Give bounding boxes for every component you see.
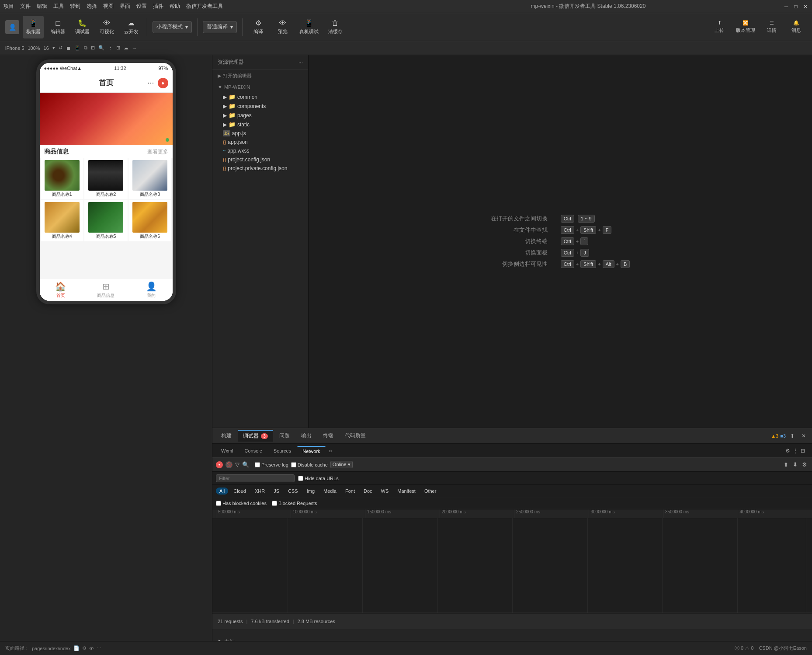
subtab-wxml[interactable]: Wxml bbox=[216, 446, 239, 455]
search-bar-icon[interactable]: 🔍 bbox=[98, 45, 104, 51]
folder-pages[interactable]: ▶ 📁 pages bbox=[212, 111, 308, 120]
upload-net-icon[interactable]: ⬆ bbox=[782, 460, 790, 469]
dual-view-icon[interactable]: ⧉ bbox=[84, 45, 87, 51]
record-button[interactable]: ● bbox=[216, 461, 223, 468]
type-css[interactable]: CSS bbox=[285, 488, 302, 495]
tablet-icon[interactable]: ⊞ bbox=[91, 45, 95, 51]
more-dots-icon[interactable]: ··· bbox=[147, 78, 154, 87]
grid-icon[interactable]: ⊞ bbox=[116, 45, 120, 51]
devtools-close-button[interactable]: ✕ bbox=[799, 432, 809, 440]
type-xhr[interactable]: XHR bbox=[251, 488, 268, 495]
online-select[interactable]: Online ▾ bbox=[330, 461, 353, 468]
timeline-content[interactable] bbox=[212, 518, 812, 613]
record-icon[interactable]: ● bbox=[158, 78, 168, 88]
eye-status-icon[interactable]: 👁 bbox=[89, 646, 94, 651]
type-media[interactable]: Media bbox=[320, 488, 340, 495]
devtools-expand-button[interactable]: ⬆ bbox=[788, 432, 797, 440]
product-item-3[interactable]: 商品名称3 bbox=[128, 158, 172, 199]
dock-icon[interactable]: ⊟ bbox=[801, 448, 805, 454]
folder-components[interactable]: ▶ 📁 components bbox=[212, 101, 308, 111]
tab-home[interactable]: 🏠 首页 bbox=[55, 281, 66, 299]
preserve-log-input[interactable] bbox=[255, 462, 260, 467]
details-button[interactable]: ☰ 详情 bbox=[761, 16, 782, 38]
visualize-button[interactable]: 👁 可视化 bbox=[96, 16, 117, 38]
real-debug-button[interactable]: 📱 真机调试 bbox=[297, 16, 321, 38]
upload-button[interactable]: ⬆ 上传 bbox=[709, 16, 730, 38]
menu-settings[interactable]: 设置 bbox=[136, 3, 147, 10]
tab-mine[interactable]: 👤 我的 bbox=[146, 281, 157, 299]
tab-build[interactable]: 构建 bbox=[216, 430, 237, 441]
type-js[interactable]: JS bbox=[270, 488, 283, 495]
mode-dropdown[interactable]: 小程序模式 ▾ bbox=[153, 21, 192, 33]
close-button[interactable]: ✕ bbox=[802, 3, 809, 10]
tab-debugger[interactable]: 调试器 3 bbox=[238, 430, 273, 442]
filter-icon[interactable]: ▽ bbox=[235, 461, 239, 468]
type-doc[interactable]: Doc bbox=[360, 488, 376, 495]
open-editors-section[interactable]: ▶ 打开的编辑器 bbox=[212, 70, 308, 82]
menu-help[interactable]: 帮助 bbox=[170, 3, 180, 10]
tab-products[interactable]: ⊞ 商品信息 bbox=[97, 281, 115, 299]
type-manifest[interactable]: Manifest bbox=[394, 488, 419, 495]
has-blocked-cookies-checkbox[interactable]: Has blocked cookies bbox=[216, 501, 267, 506]
message-button[interactable]: 🔔 消息 bbox=[786, 16, 807, 38]
subtab-network[interactable]: Network bbox=[297, 446, 325, 456]
menu-devtools[interactable]: 微信开发者工具 bbox=[186, 3, 223, 10]
file-appwxss[interactable]: ~ app.wxss bbox=[212, 146, 308, 155]
debugger-button[interactable]: 🐛 调试器 bbox=[72, 16, 93, 38]
window-controls[interactable]: ─ □ ✕ bbox=[783, 3, 809, 10]
more-status-icon[interactable]: ⋯ bbox=[97, 645, 101, 651]
net-settings-icon[interactable]: ⚙ bbox=[801, 460, 809, 469]
arrow-right-icon[interactable]: → bbox=[132, 45, 137, 51]
file-appjson[interactable]: {} app.json bbox=[212, 138, 308, 146]
menu-file[interactable]: 文件 bbox=[20, 3, 31, 10]
minimize-button[interactable]: ─ bbox=[783, 3, 789, 10]
more-tabs-icon[interactable]: » bbox=[326, 447, 335, 454]
filter-input[interactable] bbox=[216, 474, 295, 482]
preserve-log-checkbox[interactable]: Preserve log bbox=[255, 462, 288, 467]
type-all[interactable]: All bbox=[216, 488, 228, 495]
file-icon[interactable]: 📄 bbox=[73, 645, 80, 651]
explorer-more-icon[interactable]: ··· bbox=[298, 59, 303, 66]
disable-cache-checkbox[interactable]: Disable cache bbox=[291, 462, 328, 467]
product-item-5[interactable]: 商品名称5 bbox=[84, 200, 128, 241]
stop-icon[interactable]: ⏹ bbox=[66, 45, 71, 51]
hide-data-urls-input[interactable] bbox=[298, 476, 303, 481]
tab-issues[interactable]: 问题 bbox=[274, 430, 295, 441]
menu-project[interactable]: 项目 bbox=[3, 3, 14, 10]
download-net-icon[interactable]: ⬇ bbox=[791, 460, 799, 469]
folder-common[interactable]: ▶ 📁 common bbox=[212, 92, 308, 101]
tab-code-quality[interactable]: 代码质量 bbox=[340, 430, 371, 441]
product-item-4[interactable]: 商品名称4 bbox=[41, 200, 84, 241]
product-item-6[interactable]: 商品名称6 bbox=[128, 200, 172, 241]
simulator-button[interactable]: 📱 模拟器 bbox=[23, 16, 44, 38]
settings-status-icon[interactable]: ⚙ bbox=[82, 645, 87, 651]
subtab-sources[interactable]: Sources bbox=[268, 446, 296, 455]
type-font[interactable]: Font bbox=[342, 488, 358, 495]
cloud-sync-icon[interactable]: ☁ bbox=[124, 45, 128, 51]
branch-icon[interactable]: ⋮ bbox=[108, 45, 113, 51]
section-more[interactable]: 查看更多 bbox=[147, 148, 168, 156]
subtab-console[interactable]: Console bbox=[239, 446, 267, 455]
type-cloud[interactable]: Cloud bbox=[230, 488, 250, 495]
type-ws[interactable]: WS bbox=[378, 488, 392, 495]
clear-button[interactable]: 🚫 bbox=[226, 461, 232, 468]
tab-output[interactable]: 输出 bbox=[296, 430, 317, 441]
preview-button[interactable]: 👁 预览 bbox=[272, 16, 293, 38]
hide-data-urls-checkbox[interactable]: Hide data URLs bbox=[298, 476, 339, 481]
maximize-button[interactable]: □ bbox=[793, 3, 799, 10]
cloud-button[interactable]: ☁ 云开发 bbox=[121, 16, 142, 38]
settings-icon[interactable]: ⚙ bbox=[785, 448, 790, 454]
clear-cache-button[interactable]: 🗑 清缓存 bbox=[325, 16, 346, 38]
avatar[interactable]: 👤 bbox=[5, 20, 19, 34]
disable-cache-input[interactable] bbox=[291, 462, 296, 467]
compile-dropdown[interactable]: 普通编译 ▾ bbox=[203, 21, 237, 33]
phone-view-icon[interactable]: 📱 bbox=[74, 45, 80, 51]
chevron-down-icon[interactable]: ▾ bbox=[52, 45, 55, 51]
mp-weixin-section[interactable]: ▼ MP-WEIXIN bbox=[212, 82, 308, 92]
blocked-requests-input[interactable] bbox=[272, 501, 277, 506]
menu-goto[interactable]: 转到 bbox=[70, 3, 80, 10]
menu-tools[interactable]: 工具 bbox=[53, 3, 64, 10]
version-manage-button[interactable]: 🔀 版本管理 bbox=[733, 16, 758, 38]
menu-plugins[interactable]: 插件 bbox=[153, 3, 163, 10]
refresh-icon[interactable]: ↺ bbox=[59, 45, 62, 51]
